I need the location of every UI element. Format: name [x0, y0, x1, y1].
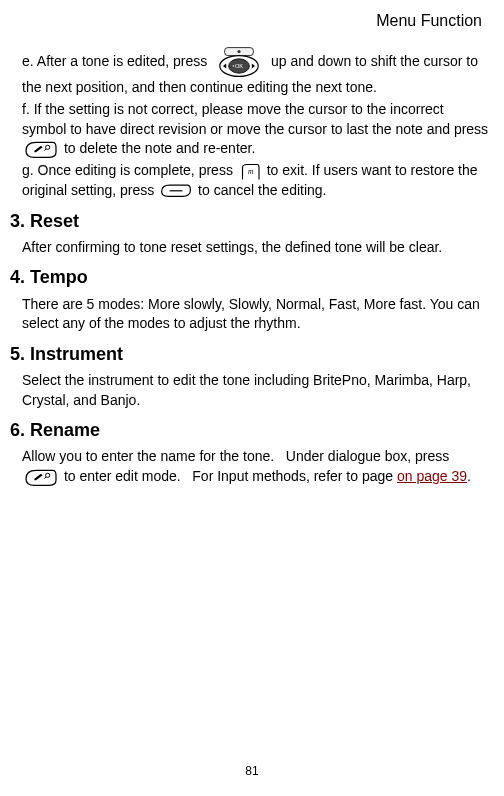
text-g-post: to cancel the editing.: [198, 182, 326, 198]
text-instrument: Select the instrument to edit the tone i…: [22, 371, 490, 410]
page-header: Menu Function: [8, 10, 496, 32]
svg-text:OK: OK: [235, 64, 243, 70]
text-rename-post: .: [467, 468, 471, 484]
paragraph-rename: Allow you to enter the name for the tone…: [22, 447, 490, 487]
text-reset: After confirming to tone reset settings,…: [22, 238, 490, 258]
page-link[interactable]: on page 39: [397, 468, 467, 484]
text-rename-pre: Allow you to enter the name for the tone…: [22, 448, 449, 464]
dpad-ok-icon: OK: [213, 46, 265, 78]
heading-instrument: 5. Instrument: [8, 342, 496, 367]
text-e-pre: e. After a tone is edited, press: [22, 53, 211, 69]
text-f-pre: f. If the setting is not correct, please…: [22, 101, 488, 137]
softkey-icon: [160, 182, 192, 200]
heading-reset: 3. Reset: [8, 209, 496, 234]
svg-text:m: m: [248, 167, 254, 176]
editkey-icon: [24, 467, 58, 487]
text-g-pre: g. Once editing is complete, press: [22, 162, 237, 178]
svg-point-1: [238, 50, 241, 53]
svg-point-5: [233, 66, 235, 68]
text-f-post: to delete the note and re-enter.: [64, 140, 255, 156]
page-number: 81: [0, 763, 504, 780]
paragraph-e: e. After a tone is edited, press OK up a…: [22, 46, 490, 98]
m-key-icon: m: [239, 163, 261, 181]
text-tempo: There are 5 modes: More slowly, Slowly, …: [22, 295, 490, 334]
text-rename-mid: to enter edit mode. For Input methods, r…: [64, 468, 397, 484]
editkey-icon: [24, 139, 58, 159]
heading-tempo: 4. Tempo: [8, 265, 496, 290]
heading-rename: 6. Rename: [8, 418, 496, 443]
paragraph-g: g. Once editing is complete, press m to …: [22, 161, 490, 200]
paragraph-f: f. If the setting is not correct, please…: [22, 100, 490, 159]
